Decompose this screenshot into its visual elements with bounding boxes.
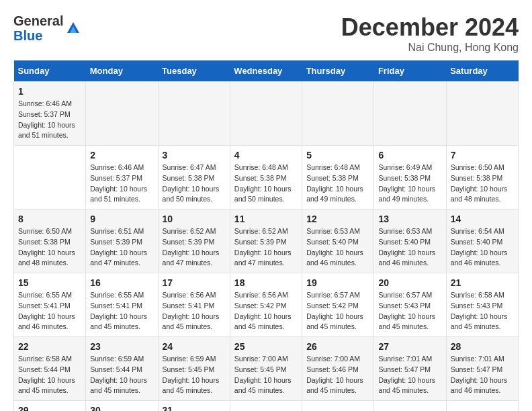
table-cell: 30 Sunrise: 7:02 AM Sunset: 5:48 PM Dayl… xyxy=(86,401,158,412)
day-number: 18 xyxy=(234,277,298,288)
day-number: 16 xyxy=(90,277,153,288)
table-cell xyxy=(230,82,302,146)
table-cell xyxy=(158,82,230,146)
subtitle: Nai Chung, Hong Kong xyxy=(341,42,519,54)
col-monday: Monday xyxy=(86,60,158,82)
day-number: 10 xyxy=(163,214,226,224)
table-cell: 24 Sunrise: 6:59 AM Sunset: 5:45 PM Dayl… xyxy=(158,337,230,401)
day-info: Sunrise: 6:57 AM Sunset: 5:43 PM Dayligh… xyxy=(378,290,441,332)
day-info: Sunrise: 6:46 AM Sunset: 5:37 PM Dayligh… xyxy=(18,99,81,141)
table-cell: 12 Sunrise: 6:53 AM Sunset: 5:40 PM Dayl… xyxy=(302,210,374,273)
day-info: Sunrise: 6:59 AM Sunset: 5:45 PM Dayligh… xyxy=(163,354,226,396)
day-number: 25 xyxy=(234,341,298,352)
day-info: Sunrise: 6:58 AM Sunset: 5:43 PM Dayligh… xyxy=(451,290,514,332)
day-info: Sunrise: 6:55 AM Sunset: 5:41 PM Dayligh… xyxy=(18,290,81,332)
day-info: Sunrise: 7:00 AM Sunset: 5:46 PM Dayligh… xyxy=(306,354,369,396)
table-cell: 11 Sunrise: 6:52 AM Sunset: 5:39 PM Dayl… xyxy=(230,210,302,273)
table-cell: 15 Sunrise: 6:55 AM Sunset: 5:41 PM Dayl… xyxy=(14,273,86,337)
day-number: 31 xyxy=(163,405,226,411)
day-info: Sunrise: 7:00 AM Sunset: 5:45 PM Dayligh… xyxy=(234,354,298,396)
table-cell: 25 Sunrise: 7:00 AM Sunset: 5:45 PM Dayl… xyxy=(230,337,302,401)
main-title: December 2024 xyxy=(341,13,519,42)
day-info: Sunrise: 6:48 AM Sunset: 5:38 PM Dayligh… xyxy=(306,163,369,205)
day-info: Sunrise: 6:53 AM Sunset: 5:40 PM Dayligh… xyxy=(306,226,369,269)
day-number: 23 xyxy=(90,341,153,352)
table-cell: 31 Sunrise: 7:02 AM Sunset: 5:49 PM Dayl… xyxy=(158,401,230,412)
day-number: 13 xyxy=(378,214,441,224)
table-cell: 17 Sunrise: 6:56 AM Sunset: 5:41 PM Dayl… xyxy=(158,273,230,337)
table-cell: 7 Sunrise: 6:50 AM Sunset: 5:38 PM Dayli… xyxy=(446,146,518,210)
col-saturday: Saturday xyxy=(446,60,518,82)
day-number: 24 xyxy=(163,341,226,352)
table-cell: 14 Sunrise: 6:54 AM Sunset: 5:40 PM Dayl… xyxy=(446,210,518,273)
table-cell: 28 Sunrise: 7:01 AM Sunset: 5:47 PM Dayl… xyxy=(446,337,518,401)
col-thursday: Thursday xyxy=(302,60,374,82)
table-cell xyxy=(86,82,158,146)
calendar-week-row: 22 Sunrise: 6:58 AM Sunset: 5:44 PM Dayl… xyxy=(14,337,519,401)
day-number: 8 xyxy=(18,214,81,224)
day-info: Sunrise: 6:51 AM Sunset: 5:39 PM Dayligh… xyxy=(90,226,153,269)
day-info: Sunrise: 6:57 AM Sunset: 5:42 PM Dayligh… xyxy=(306,290,369,332)
col-wednesday: Wednesday xyxy=(230,60,302,82)
col-tuesday: Tuesday xyxy=(158,60,230,82)
day-info: Sunrise: 6:56 AM Sunset: 5:42 PM Dayligh… xyxy=(234,290,298,332)
calendar-week-row: 1 Sunrise: 6:46 AM Sunset: 5:37 PM Dayli… xyxy=(14,82,519,146)
table-cell: 23 Sunrise: 6:59 AM Sunset: 5:44 PM Dayl… xyxy=(86,337,158,401)
day-number: 6 xyxy=(378,150,441,161)
col-sunday: Sunday xyxy=(14,60,86,82)
table-cell xyxy=(302,82,374,146)
day-number: 9 xyxy=(90,214,153,224)
calendar-week-row: 15 Sunrise: 6:55 AM Sunset: 5:41 PM Dayl… xyxy=(14,273,519,337)
table-cell: 20 Sunrise: 6:57 AM Sunset: 5:43 PM Dayl… xyxy=(374,273,446,337)
day-info: Sunrise: 6:52 AM Sunset: 5:39 PM Dayligh… xyxy=(234,226,298,269)
day-info: Sunrise: 7:01 AM Sunset: 5:47 PM Dayligh… xyxy=(451,354,514,396)
table-cell xyxy=(230,401,302,412)
calendar-week-row: 29 Sunrise: 7:01 AM Sunset: 5:48 PM Dayl… xyxy=(14,401,519,412)
day-number: 29 xyxy=(18,405,81,411)
table-cell: 29 Sunrise: 7:01 AM Sunset: 5:48 PM Dayl… xyxy=(14,401,86,412)
table-cell: 16 Sunrise: 6:55 AM Sunset: 5:41 PM Dayl… xyxy=(86,273,158,337)
table-cell: 19 Sunrise: 6:57 AM Sunset: 5:42 PM Dayl… xyxy=(302,273,374,337)
table-cell xyxy=(446,82,518,146)
day-info: Sunrise: 6:49 AM Sunset: 5:38 PM Dayligh… xyxy=(378,163,441,205)
page-header: General Blue December 2024 Nai Chung, Ho… xyxy=(13,13,519,54)
day-number: 4 xyxy=(234,150,298,161)
day-info: Sunrise: 6:58 AM Sunset: 5:44 PM Dayligh… xyxy=(18,354,81,396)
table-cell xyxy=(302,401,374,412)
day-number: 22 xyxy=(18,341,81,352)
table-cell: 27 Sunrise: 7:01 AM Sunset: 5:47 PM Dayl… xyxy=(374,337,446,401)
table-cell xyxy=(446,401,518,412)
table-cell: 1 Sunrise: 6:46 AM Sunset: 5:37 PM Dayli… xyxy=(14,82,86,146)
calendar-week-row: 8 Sunrise: 6:50 AM Sunset: 5:38 PM Dayli… xyxy=(14,210,519,273)
day-info: Sunrise: 6:55 AM Sunset: 5:41 PM Dayligh… xyxy=(90,290,153,332)
day-number: 20 xyxy=(378,277,441,288)
day-number: 5 xyxy=(306,150,369,161)
day-number: 27 xyxy=(378,341,441,352)
table-cell: 22 Sunrise: 6:58 AM Sunset: 5:44 PM Dayl… xyxy=(14,337,86,401)
title-block: December 2024 Nai Chung, Hong Kong xyxy=(341,13,519,54)
day-info: Sunrise: 6:48 AM Sunset: 5:38 PM Dayligh… xyxy=(234,163,298,205)
calendar-header-row: Sunday Monday Tuesday Wednesday Thursday… xyxy=(14,60,519,82)
day-number: 2 xyxy=(90,150,153,161)
day-number: 7 xyxy=(451,150,514,161)
table-cell xyxy=(374,82,446,146)
table-cell: 18 Sunrise: 6:56 AM Sunset: 5:42 PM Dayl… xyxy=(230,273,302,337)
table-cell: 3 Sunrise: 6:47 AM Sunset: 5:38 PM Dayli… xyxy=(158,146,230,210)
table-cell: 2 Sunrise: 6:46 AM Sunset: 5:37 PM Dayli… xyxy=(86,146,158,210)
day-number: 19 xyxy=(306,277,369,288)
logo-blue: Blue xyxy=(13,28,63,43)
logo-icon xyxy=(66,21,81,36)
day-number: 1 xyxy=(18,86,81,97)
day-number: 21 xyxy=(451,277,514,288)
table-cell: 6 Sunrise: 6:49 AM Sunset: 5:38 PM Dayli… xyxy=(374,146,446,210)
table-cell: 8 Sunrise: 6:50 AM Sunset: 5:38 PM Dayli… xyxy=(14,210,86,273)
day-info: Sunrise: 6:59 AM Sunset: 5:44 PM Dayligh… xyxy=(90,354,153,396)
day-info: Sunrise: 6:50 AM Sunset: 5:38 PM Dayligh… xyxy=(18,226,81,269)
day-number: 17 xyxy=(163,277,226,288)
day-info: Sunrise: 6:53 AM Sunset: 5:40 PM Dayligh… xyxy=(378,226,441,269)
logo: General Blue xyxy=(13,13,81,43)
calendar-table: Sunday Monday Tuesday Wednesday Thursday… xyxy=(13,60,519,411)
day-number: 26 xyxy=(306,341,369,352)
day-number: 11 xyxy=(234,214,298,224)
day-number: 30 xyxy=(90,405,153,411)
